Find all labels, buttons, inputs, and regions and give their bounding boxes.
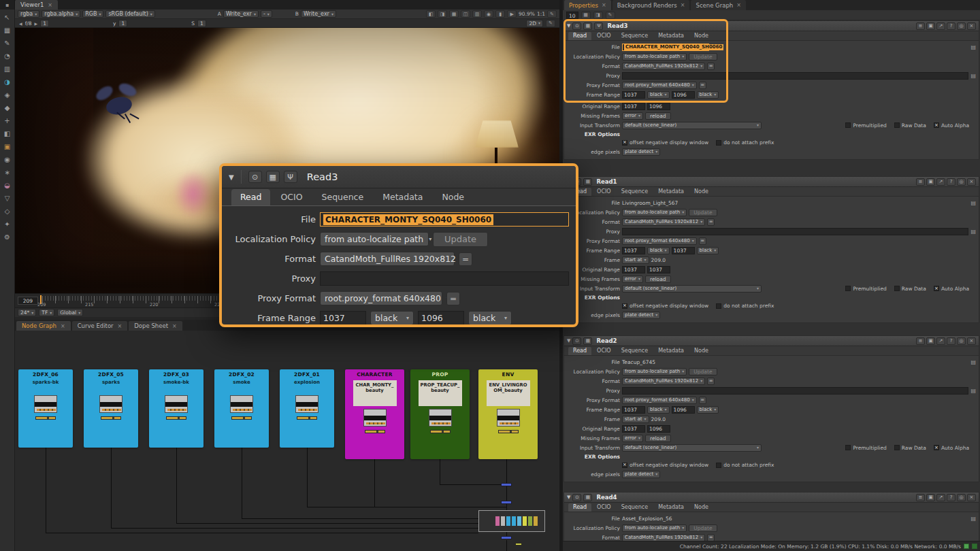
gain-next-icon[interactable]: ▶ bbox=[35, 21, 38, 26]
localization-policy-dropdown[interactable]: from auto-localize path▾ bbox=[622, 209, 687, 216]
input-transform-dropdown[interactable]: default (scene_linear)▾ bbox=[622, 122, 762, 129]
cursor-tool-icon[interactable]: ↖ bbox=[2, 13, 13, 22]
tab-ocio[interactable]: OCIO bbox=[592, 32, 616, 40]
frame-from-field[interactable]: 1037 bbox=[622, 247, 645, 254]
frame-from-field[interactable]: 1037 bbox=[622, 406, 645, 414]
read-node-thumb[interactable] bbox=[34, 395, 57, 413]
no-prefix-checkbox[interactable] bbox=[716, 463, 721, 468]
layout-icon[interactable]: ◧ bbox=[426, 10, 436, 18]
frame-to-mode-dropdown[interactable]: black▾ bbox=[697, 91, 719, 99]
tab-curve-editor[interactable]: Curve Editor× bbox=[72, 321, 128, 331]
edge-pixels-dropdown[interactable]: plate detect▾ bbox=[622, 312, 660, 319]
ab-mode-dropdown[interactable]: -▾ bbox=[261, 10, 272, 18]
premultiplied-checkbox[interactable] bbox=[845, 286, 851, 291]
format-link-button[interactable]: = bbox=[707, 63, 715, 70]
read4-header[interactable]: ▼ ⊙ ▦ Read4 ≡ ▣ ↗ ? ◎ × bbox=[564, 492, 979, 503]
frame-from-mode-dropdown[interactable]: black▾ bbox=[647, 247, 670, 254]
node-cluster-selection[interactable] bbox=[478, 510, 545, 532]
cluster-node[interactable] bbox=[523, 516, 527, 526]
input-a-dropdown[interactable]: Write_exr▾ bbox=[223, 10, 259, 18]
frame-from-mode-dropdown[interactable]: black▾ bbox=[647, 406, 670, 414]
monitor-icon[interactable]: ▦ bbox=[583, 22, 592, 30]
image-tool-icon[interactable]: ▦ bbox=[2, 26, 13, 35]
cluster-node[interactable] bbox=[534, 516, 538, 526]
tab-ocio[interactable]: OCIO bbox=[592, 347, 616, 355]
read2-header[interactable]: ▼ ⊙ ▦ Read2 ≡ ▣ ↗ ? ◎ × bbox=[564, 336, 979, 346]
saturation-value-field[interactable]: 1 bbox=[197, 20, 206, 27]
pin-icon[interactable]: ◎ bbox=[957, 337, 966, 345]
close-icon[interactable]: × bbox=[967, 494, 976, 501]
input-transform-dropdown[interactable]: default (scene_linear)▾ bbox=[622, 285, 762, 293]
proxy-format-link-button[interactable]: = bbox=[699, 397, 706, 404]
merge-node[interactable] bbox=[501, 483, 512, 486]
popup-header[interactable]: ▼ ⊙ ▦ Ψ Read3 bbox=[222, 166, 576, 188]
proxy-field[interactable] bbox=[622, 72, 968, 80]
read-node-thumb[interactable] bbox=[165, 395, 188, 413]
edge-pixels-dropdown[interactable]: plate detect▾ bbox=[622, 471, 660, 478]
cluster-node[interactable] bbox=[501, 516, 505, 526]
read3-header[interactable]: ▼ ⊙ ▦ Ψ Read3 ≡ ▣ ↗ ? ◎ × bbox=[564, 21, 979, 31]
missing-frames-dropdown[interactable]: error▾ bbox=[622, 112, 643, 120]
reload-button[interactable]: reload bbox=[645, 435, 671, 442]
offset-negative-checkbox[interactable]: × bbox=[622, 463, 627, 468]
warp-tool-icon[interactable]: ▣ bbox=[2, 142, 13, 151]
time-tool-icon[interactable]: ◔ bbox=[2, 52, 13, 61]
offset-negative-checkbox[interactable]: × bbox=[622, 140, 627, 146]
node-character[interactable]: CHARACTER CHAR_MONTY_beauty bbox=[345, 369, 404, 459]
file-browser-icon[interactable]: ▤ bbox=[970, 516, 976, 522]
file-browser-icon[interactable]: ▤ bbox=[970, 229, 976, 235]
help-icon[interactable]: ? bbox=[947, 337, 956, 345]
file-browser-icon[interactable]: ▤ bbox=[970, 388, 976, 394]
file-field[interactable]: CHARACTER_MONTY_SQ040_SH0060 bbox=[622, 44, 709, 51]
tab-ocio[interactable]: OCIO bbox=[272, 189, 311, 205]
tab-ocio[interactable]: OCIO bbox=[592, 188, 616, 196]
frame-to-mode-dropdown[interactable]: black▾ bbox=[468, 311, 512, 325]
tab-metadata[interactable]: Metadata bbox=[653, 347, 689, 355]
node-2dfx-02[interactable]: 2DFX_02 smoke bbox=[214, 369, 269, 448]
expand-icon[interactable]: ↗ bbox=[936, 494, 945, 501]
update-button[interactable]: Update bbox=[433, 232, 488, 247]
node-2dfx-01[interactable]: 2DFX_01 explosion bbox=[280, 369, 334, 448]
draw-tool-icon[interactable]: ✎ bbox=[2, 39, 13, 48]
app-menu-icon[interactable]: ▪ bbox=[0, 0, 15, 10]
frame-to-field[interactable]: 1037 bbox=[672, 247, 695, 254]
wipe-icon[interactable]: ◫ bbox=[461, 10, 470, 18]
tab-node[interactable]: Node bbox=[689, 347, 713, 355]
pin-icon[interactable]: ◎ bbox=[957, 494, 966, 501]
original-to-field[interactable]: 1037 bbox=[647, 266, 670, 273]
read-node-thumb[interactable] bbox=[230, 395, 253, 413]
file-value[interactable]: Livingroom_Light_567 bbox=[622, 200, 678, 206]
premultiplied-checkbox[interactable] bbox=[845, 445, 851, 450]
frame-mode-dropdown[interactable]: start at▾ bbox=[622, 256, 649, 264]
format-dropdown[interactable]: CatandMoth_FullRes 1920x812▾ bbox=[622, 534, 705, 541]
update-button[interactable]: Update bbox=[689, 368, 717, 375]
proxy-format-link-button[interactable]: = bbox=[699, 237, 706, 245]
close-icon[interactable]: × bbox=[118, 323, 122, 329]
tab-read[interactable]: Read bbox=[568, 503, 591, 512]
node-2dfx-05[interactable]: 2DFX_05 sparks bbox=[84, 369, 138, 448]
proxy-format-dropdown[interactable]: root.proxy_format 640x480▾ bbox=[622, 237, 697, 245]
close-icon[interactable]: × bbox=[967, 22, 976, 30]
close-icon[interactable]: × bbox=[967, 337, 976, 345]
pencil-icon[interactable]: ✎ bbox=[547, 10, 557, 18]
tab-background-renders[interactable]: Background Renders× bbox=[612, 0, 690, 10]
merge-tool-icon[interactable]: + bbox=[2, 116, 13, 125]
collapse-triangle-icon[interactable]: ▼ bbox=[567, 338, 570, 344]
tab-node[interactable]: Node bbox=[689, 503, 713, 512]
reload-button[interactable]: reload bbox=[645, 112, 671, 120]
close-icon[interactable]: × bbox=[736, 2, 741, 8]
file-field[interactable]: CHARACTER_MONTY_SQ040_SH0060 bbox=[320, 212, 569, 227]
close-icon[interactable]: × bbox=[602, 2, 606, 8]
help-icon[interactable]: ? bbox=[947, 494, 956, 501]
channel-tool-icon[interactable]: ▥ bbox=[2, 65, 13, 73]
proxy-format-dropdown[interactable]: root.proxy_format 640x480▾ bbox=[622, 397, 697, 404]
file-value[interactable]: Teacup_6745 bbox=[622, 359, 655, 365]
frame-to-mode-dropdown[interactable]: black▾ bbox=[697, 247, 719, 254]
tab-metadata[interactable]: Metadata bbox=[653, 188, 689, 196]
menu-icon[interactable]: ≡ bbox=[916, 494, 925, 501]
proxy-field[interactable] bbox=[622, 387, 968, 395]
toolsets-tool-icon[interactable]: ✦ bbox=[2, 220, 13, 229]
center-node-icon[interactable]: ⊙ bbox=[572, 22, 581, 30]
file-browser-icon[interactable]: ▤ bbox=[970, 73, 976, 79]
read-node-thumb[interactable] bbox=[497, 409, 520, 427]
